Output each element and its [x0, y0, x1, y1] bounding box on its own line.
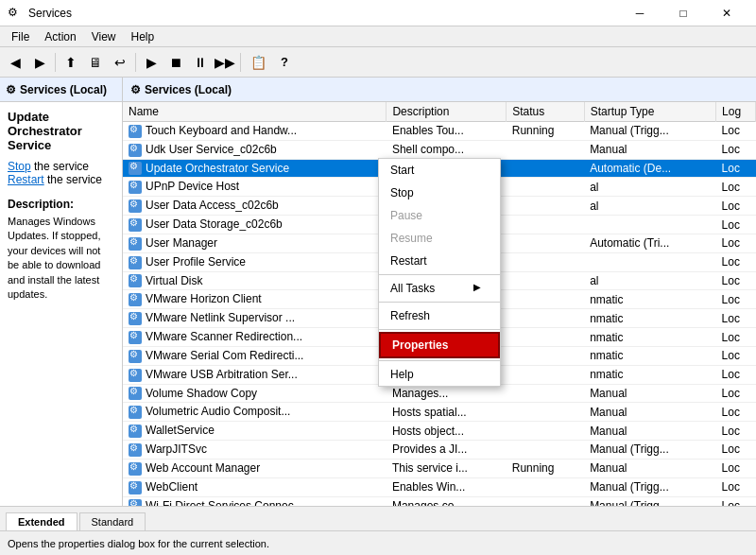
tab-standard[interactable]: Standard: [79, 512, 146, 530]
restart-link[interactable]: Restart: [8, 173, 44, 186]
service-icon: [129, 274, 142, 287]
service-name-cell: UPnP Device Host: [123, 178, 387, 197]
service-status-cell: [507, 346, 584, 365]
service-name-cell: VMware Serial Com Redirecti...: [123, 346, 387, 365]
title-bar-text: Services: [28, 7, 612, 20]
service-name-cell: WalletService: [123, 422, 387, 441]
service-icon: [129, 256, 142, 269]
context-menu-item-all-tasks[interactable]: All Tasks: [379, 277, 500, 300]
status-text: Opens the properties dialog box for the …: [8, 538, 269, 549]
service-desc-cell: Hosts object...: [387, 422, 507, 441]
service-status-cell: [507, 422, 584, 441]
description-label: Description:: [8, 198, 114, 211]
col-name[interactable]: Name: [123, 102, 387, 122]
service-icon: [129, 218, 142, 232]
service-desc-cell: Hosts spatial...: [387, 403, 507, 422]
service-name-cell: User Manager: [123, 234, 387, 252]
table-row[interactable]: Web Account ManagerThis service i...Runn…: [123, 459, 756, 477]
show-hide-button[interactable]: 🖥: [84, 51, 107, 74]
service-startup-cell: al: [584, 197, 715, 216]
context-menu-item-resume[interactable]: Resume: [379, 227, 500, 250]
menu-action[interactable]: Action: [37, 28, 83, 45]
col-log[interactable]: Log: [716, 102, 756, 122]
restart-action: Restart the service: [8, 173, 114, 186]
service-status-cell: [507, 178, 584, 197]
service-name-cell: Update Orchestrator Service: [123, 159, 387, 178]
service-icon: [129, 350, 142, 363]
service-name-cell: Volume Shadow Copy: [123, 384, 387, 403]
service-status-cell: Running: [507, 459, 584, 477]
table-row[interactable]: Wi-Fi Direct Services Connec...Manages c…: [123, 496, 756, 506]
service-startup-cell: Manual: [584, 422, 715, 441]
close-button[interactable]: ✕: [705, 0, 748, 26]
menu-view[interactable]: View: [84, 28, 124, 45]
service-status-cell: [507, 216, 584, 234]
service-startup-cell: Manual (Trigg...: [584, 477, 715, 496]
stop-link[interactable]: Stop: [8, 160, 31, 173]
help-button[interactable]: ?: [273, 51, 296, 74]
context-menu-item-pause[interactable]: Pause: [379, 204, 500, 227]
table-row[interactable]: Volumetric Audio Composit...Hosts spatia…: [123, 403, 756, 422]
service-log-cell: Loc: [716, 477, 756, 496]
table-row[interactable]: Touch Keyboard and Handw...Enables Tou..…: [123, 122, 756, 141]
service-icon: [129, 162, 142, 175]
service-icon: [129, 443, 142, 457]
context-menu-separator: [379, 274, 500, 275]
service-startup-cell: nmatic: [584, 290, 715, 309]
context-menu-item-stop[interactable]: Stop: [379, 182, 500, 204]
start-button[interactable]: ▶: [140, 51, 163, 74]
table-row[interactable]: WebClientEnables Win...Manual (Trigg...L…: [123, 477, 756, 496]
service-status-cell: [507, 477, 584, 496]
col-status[interactable]: Status: [507, 102, 584, 122]
service-desc-cell: This service i...: [387, 459, 507, 477]
service-startup-cell: Manual: [584, 459, 715, 477]
context-menu-item-restart[interactable]: Restart: [379, 250, 500, 272]
service-name-cell: Udk User Service_c02c6b: [123, 140, 387, 159]
up-button[interactable]: ⬆: [60, 51, 82, 74]
service-icon: [129, 312, 142, 325]
maximize-button[interactable]: □: [662, 0, 705, 26]
stop-suffix: the service: [31, 160, 89, 173]
service-status-cell: [507, 252, 584, 271]
context-menu-item-refresh[interactable]: Refresh: [379, 304, 500, 327]
table-row[interactable]: Udk User Service_c02c6bShell compo...Man…: [123, 140, 756, 159]
restart-suffix: the service: [44, 173, 102, 186]
service-startup-cell: [584, 252, 715, 271]
stop-button[interactable]: ⏹: [164, 51, 187, 74]
service-icon: [129, 199, 142, 213]
forward-button[interactable]: ▶: [28, 51, 51, 74]
service-status-cell: [507, 234, 584, 252]
col-startup[interactable]: Startup Type: [584, 102, 715, 122]
service-icon: [129, 425, 142, 438]
service-startup-cell: nmatic: [584, 309, 715, 328]
service-log-cell: Loc: [716, 346, 756, 365]
table-row[interactable]: WarpJITSvcProvides a JI...Manual (Trigg.…: [123, 441, 756, 460]
context-menu-item-properties[interactable]: Properties: [379, 332, 500, 358]
service-name-cell: Volumetric Audio Composit...: [123, 403, 387, 422]
tab-extended[interactable]: Extended: [6, 512, 77, 530]
left-panel: ⚙ Services (Local) Update Orchestrator S…: [0, 78, 123, 506]
refresh-button[interactable]: ↩: [109, 51, 131, 74]
service-startup-cell: Manual (Trigg...: [584, 122, 715, 141]
service-status-cell: [507, 197, 584, 216]
context-menu-item-start[interactable]: Start: [379, 159, 500, 182]
service-icon: [129, 237, 142, 251]
service-log-cell: Loc: [716, 140, 756, 159]
menu-file[interactable]: File: [4, 28, 37, 45]
properties-button[interactable]: 📋: [245, 51, 271, 74]
service-startup-cell: nmatic: [584, 346, 715, 365]
context-menu-item-help[interactable]: Help: [379, 363, 500, 386]
table-row[interactable]: WalletServiceHosts object...ManualLoc: [123, 422, 756, 441]
service-status-cell: [507, 365, 584, 384]
service-startup-cell: Automatic (De...: [584, 159, 715, 178]
minimize-button[interactable]: ─: [618, 0, 662, 26]
service-log-cell: Loc: [716, 496, 756, 506]
col-description[interactable]: Description: [387, 102, 507, 122]
back-button[interactable]: ◀: [4, 51, 26, 74]
restart-button[interactable]: ▶▶: [214, 51, 236, 74]
service-log-cell: Loc: [716, 159, 756, 178]
pause-button[interactable]: ⏸: [189, 51, 212, 74]
table-row[interactable]: Volume Shadow CopyManages...ManualLoc: [123, 384, 756, 403]
menu-help[interactable]: Help: [124, 28, 163, 45]
service-log-cell: Loc: [716, 422, 756, 441]
